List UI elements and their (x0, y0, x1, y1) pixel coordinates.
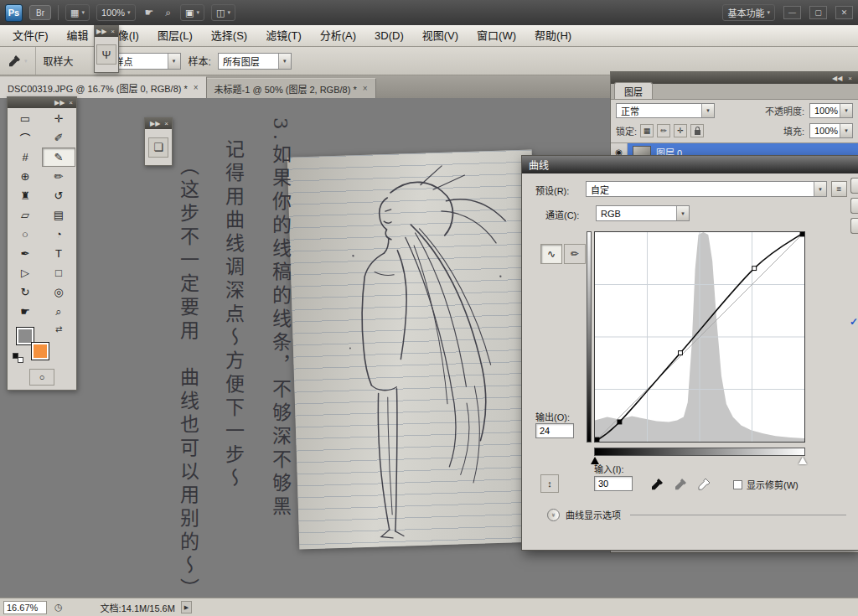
spot-healing-brush-tool[interactable]: ⊕ (8, 167, 42, 186)
channel-select[interactable]: RGB ▾ (596, 205, 690, 221)
gradient-tool[interactable]: ▤ (42, 205, 75, 225)
draw-curve-pencil-button[interactable]: ✏ (564, 244, 586, 264)
lock-transparent-pixels-button[interactable]: ▦ (640, 124, 654, 137)
background-color-swatch[interactable] (31, 342, 49, 360)
3d-orbit-tool[interactable]: ◎ (42, 282, 75, 302)
hand-tool[interactable]: ☛ (8, 302, 42, 321)
curve-graph[interactable] (594, 231, 805, 443)
restore-button[interactable]: ▢ (809, 6, 827, 19)
status-bar: 16.67% ◷ 文档:14.1M/15.6M ▶ (0, 598, 858, 616)
zoom-tool-icon[interactable]: ⌕ (163, 7, 173, 18)
workspace-switcher[interactable]: 基本功能 ▾ (722, 4, 775, 21)
clone-source-panel-icon[interactable]: Ψ (96, 44, 116, 65)
close-icon[interactable]: × (363, 84, 368, 93)
opacity-input[interactable]: 100% ▾ (809, 103, 853, 118)
menu-edit[interactable]: 编辑 (58, 25, 98, 46)
menu-view[interactable]: 视图(V) (413, 25, 468, 46)
close-button[interactable]: ✕ (835, 6, 853, 19)
divider (58, 5, 59, 20)
collapse-icon[interactable]: ▶▶ (150, 120, 160, 127)
input-label: 输入(I): (594, 462, 623, 475)
input-value-input[interactable]: 30 (594, 476, 633, 491)
swap-colors-icon[interactable]: ⇄ (55, 324, 62, 334)
document-tab-untitled[interactable]: 未标题-1 @ 50% (图层 2, RGB/8) * × (207, 78, 376, 98)
set-black-point-eyedropper[interactable] (648, 475, 666, 494)
default-colors-icon[interactable] (13, 353, 25, 364)
ok-button-cutoff[interactable] (850, 178, 858, 194)
lock-label: 锁定: (616, 124, 637, 137)
output-gradient-bar (587, 231, 592, 443)
blend-mode-select[interactable]: 正常 ▾ (616, 103, 715, 118)
quick-selection-tool[interactable]: ✐ (42, 128, 75, 148)
menu-select[interactable]: 选择(S) (202, 25, 256, 46)
smooth-button-cutoff[interactable] (850, 218, 858, 234)
view-extras-button[interactable]: ▦ ▾ (65, 4, 90, 21)
screen-mode-button[interactable]: ◫ ▾ (211, 4, 235, 21)
menu-window[interactable]: 窗口(W) (468, 25, 525, 46)
preset-select[interactable]: 自定 ▾ (586, 181, 827, 197)
status-options-arrow[interactable]: ▶ (181, 601, 192, 613)
crop-tool[interactable]: # (8, 148, 42, 167)
white-point-slider[interactable] (799, 457, 807, 464)
collapse-icon[interactable]: ▶▶ (54, 99, 65, 106)
fill-input[interactable]: 100% ▾ (809, 123, 853, 138)
curves-dialog: 曲线 预设(R): 自定 ▾ ≡ 通道(C): RGB ▾ ∿ ✏ (521, 155, 858, 551)
move-tool[interactable]: ✛ (42, 109, 75, 128)
rectangular-marquee-tool[interactable]: ▭ (8, 109, 42, 128)
zoom-level-select[interactable]: 100% ▾ (96, 4, 136, 21)
preview-checkbox-cutoff[interactable]: ✓ (850, 316, 858, 328)
dialog-title-bar[interactable]: 曲线 (522, 156, 858, 173)
output-value-input[interactable]: 24 (535, 423, 574, 438)
document-tab-dsc00319[interactable]: DSC00319.JPG @ 16.7% (图层 0, RGB/8) * × (0, 76, 207, 98)
show-clipping-checkbox[interactable]: 显示修剪(W) (733, 478, 799, 491)
menu-3d[interactable]: 3D(D) (365, 25, 413, 46)
toggle-grid-size-button[interactable]: ↕ (540, 474, 559, 493)
lock-image-pixels-button[interactable]: ✏ (657, 124, 670, 137)
panel-header: ▶▶ × (95, 26, 118, 37)
arrange-documents-button[interactable]: ▣ ▾ (180, 4, 204, 21)
close-icon[interactable]: × (111, 28, 115, 35)
menu-help[interactable]: 帮助(H) (525, 25, 581, 46)
zoom-tool[interactable]: ⌕ (42, 302, 75, 321)
eyedropper-tool[interactable]: ✎ (42, 148, 75, 167)
sample-layers-select[interactable]: 所有图层 ▾ (218, 53, 292, 70)
shape-tool[interactable]: □ (42, 263, 75, 282)
close-icon[interactable]: × (194, 83, 199, 92)
tab-layers[interactable]: 图层 (614, 82, 653, 99)
menu-file[interactable]: 文件(F) (3, 25, 58, 46)
panel-icon[interactable]: ❏ (148, 137, 168, 158)
3d-rotate-tool[interactable]: ↻ (8, 282, 42, 302)
close-icon[interactable]: × (69, 99, 73, 106)
dodge-tool[interactable]: ◔ (42, 225, 75, 244)
expand-options-button[interactable]: » (547, 509, 560, 521)
tool-preset-button[interactable]: ▾ (0, 47, 36, 75)
type-tool[interactable]: T (42, 244, 75, 263)
preset-options-button[interactable]: ≡ (831, 181, 847, 197)
blur-tool[interactable]: ○ (8, 225, 42, 244)
edit-points-button[interactable]: ∿ (540, 244, 562, 264)
menu-layer[interactable]: 图层(L) (148, 25, 202, 46)
lock-all-button[interactable] (690, 124, 704, 137)
collapse-icon[interactable]: ▶▶ (96, 28, 106, 35)
hand-tool-icon[interactable]: ☛ (142, 7, 157, 18)
brush-tool[interactable]: ✏ (42, 167, 75, 186)
launch-bridge-button[interactable]: Br (29, 5, 51, 20)
close-icon[interactable]: × (164, 120, 168, 127)
path-selection-tool[interactable]: ▷ (8, 263, 42, 282)
zoom-percentage-input[interactable]: 16.67% (3, 601, 47, 614)
close-icon[interactable]: × (848, 75, 852, 82)
collapse-icon[interactable]: ◀◀ (832, 75, 842, 82)
set-white-point-eyedropper[interactable] (695, 475, 713, 494)
pen-tool[interactable]: ✒ (8, 244, 42, 263)
minimize-button[interactable]: — (783, 6, 801, 19)
menu-filter[interactable]: 滤镜(T) (256, 25, 311, 46)
menu-analysis[interactable]: 分析(A) (311, 25, 365, 46)
lock-position-button[interactable]: ✛ (674, 124, 687, 137)
history-brush-tool[interactable]: ↺ (42, 186, 75, 205)
lasso-tool[interactable]: ⌒ (8, 128, 42, 148)
quick-mask-button[interactable]: ○ (29, 369, 54, 386)
clone-stamp-tool[interactable]: ♜ (8, 186, 42, 205)
eraser-tool[interactable]: ▱ (8, 205, 42, 225)
set-gray-point-eyedropper[interactable] (671, 475, 690, 494)
cancel-button-cutoff[interactable] (850, 198, 858, 214)
